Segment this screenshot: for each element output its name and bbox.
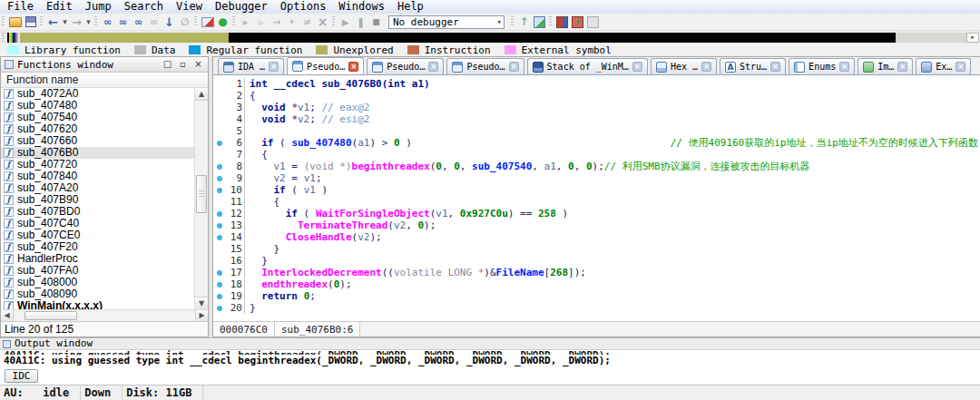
tab-im[interactable]: Im… (858, 58, 913, 74)
debug-caret-icon[interactable] (284, 15, 299, 29)
code-line[interactable]: 8 v1 = (void *)beginthreadex(0, 0, sub_4… (213, 161, 980, 172)
scroll-left-icon[interactable]: ◀ (1, 310, 14, 321)
run-analysis-icon[interactable] (215, 15, 230, 29)
toolbar-grip[interactable] (94, 16, 97, 27)
code-line[interactable]: 7 { (213, 149, 980, 161)
toolbar-grip[interactable] (511, 16, 514, 27)
code-line[interactable]: 14 CloseHandle(v2); (213, 231, 980, 243)
breakpoints-disabled-icon[interactable] (585, 15, 601, 29)
menu-item-file[interactable]: File (2, 0, 41, 14)
function-list-item[interactable]: ƒWinMain(x,x,x,x) (1, 300, 194, 309)
code-line[interactable]: 16 } (213, 255, 980, 267)
tab-hex[interactable]: Hex … (651, 58, 717, 74)
search-disabled-icon[interactable] (146, 15, 162, 29)
navband-segment-unexplored[interactable] (20, 33, 229, 43)
menu-item-debugger[interactable]: Debugger (210, 0, 275, 14)
tab-stackofwinm[interactable]: Stack of _WinM… (527, 58, 648, 74)
tab-close-icon[interactable] (839, 62, 849, 72)
navband-segment-free[interactable] (896, 33, 966, 43)
stop-process-icon[interactable] (368, 15, 384, 29)
debug-run-icon[interactable] (238, 15, 253, 29)
tab-pseudo[interactable]: Pseudo… (367, 58, 444, 74)
tab-close-icon[interactable] (428, 62, 438, 72)
modules-icon[interactable] (554, 15, 570, 29)
float-window-icon[interactable]: ▫ (177, 58, 189, 71)
command-line-row[interactable]: IDC (0, 367, 980, 385)
debug-pause-icon[interactable] (253, 15, 269, 29)
caret-down-icon[interactable] (84, 15, 93, 29)
navband-segment-code[interactable] (229, 33, 896, 43)
tab-close-icon[interactable] (956, 62, 965, 72)
snapshot-disabled-icon[interactable] (177, 15, 192, 29)
navband-scroll-button[interactable]: ▸ (966, 33, 979, 43)
debug-step-icon[interactable] (269, 15, 284, 29)
chevron-down-icon[interactable]: ▾ (497, 17, 502, 26)
vertical-scrollbar[interactable]: ▲ ▼ (194, 88, 208, 309)
caret-down-icon[interactable] (61, 15, 69, 29)
function-name-column-header[interactable]: Function name (1, 73, 208, 88)
code-line[interactable]: 17 InterlockedDecrement((volatile LONG *… (213, 267, 980, 278)
maximize-icon[interactable]: □ (162, 58, 173, 71)
code-line[interactable]: 13 TerminateThread(v2, 0); (213, 220, 980, 231)
menu-item-view[interactable]: View (171, 0, 210, 14)
menu-item-edit[interactable]: Edit (41, 0, 80, 14)
idc-button[interactable]: IDC (5, 369, 38, 383)
code-line[interactable]: 10 if ( v1 ) (213, 184, 980, 196)
scrollbar-thumb[interactable] (196, 175, 207, 213)
code-line[interactable]: 18 endthreadex(0); (213, 278, 980, 290)
code-line[interactable]: 6 if ( sub_407480(a1) > 0 ) // 使用409160获… (213, 137, 980, 149)
tab-close-icon[interactable] (632, 62, 642, 72)
scroll-right-icon[interactable]: ▶ (195, 310, 208, 321)
toolbar-grip[interactable] (332, 16, 335, 27)
scroll-down-icon[interactable]: ▼ (195, 297, 208, 309)
code-line[interactable]: 12 if ( WaitForSingleObject(v1, 0x927C0u… (213, 208, 980, 220)
code-line[interactable]: 2{ (213, 90, 980, 102)
code-line[interactable]: 20} (213, 302, 980, 314)
navband-segments[interactable] (20, 33, 966, 43)
functions-window-titlebar[interactable]: Functions window □ ▫ × (1, 57, 208, 73)
pause-process-icon[interactable] (353, 15, 368, 29)
tab-close-icon[interactable] (348, 62, 358, 72)
code-line[interactable]: 4 void *v2; // esi@2 (213, 113, 980, 125)
menu-item-windows[interactable]: Windows (333, 0, 392, 14)
open-file-icon[interactable] (7, 15, 23, 29)
scroll-up-icon[interactable]: ▲ (195, 88, 208, 101)
tab-pseudo[interactable]: Pseudo… (287, 57, 364, 75)
hscrollbar-thumb[interactable] (24, 311, 77, 320)
code-line[interactable]: 11 { (213, 196, 980, 208)
find-next-icon[interactable] (131, 15, 146, 29)
tab-pseudo[interactable]: Pseudo… (446, 58, 524, 74)
tab-close-icon[interactable] (701, 62, 711, 72)
code-line[interactable]: 5 (213, 125, 980, 137)
save-icon[interactable] (23, 15, 38, 29)
navigation-band[interactable]: ▸ (0, 31, 980, 44)
tab-close-icon[interactable] (897, 62, 907, 72)
debug-detach-icon[interactable] (299, 15, 315, 29)
tab-close-icon[interactable] (770, 62, 780, 72)
tab-stru[interactable]: Stru… (720, 58, 786, 74)
code-line[interactable]: 9 v2 = v1; (213, 172, 980, 184)
pseudocode-view[interactable]: 1int __cdecl sub_4076B0(int a1)2{3 void … (213, 75, 980, 321)
find-binary-icon[interactable] (100, 15, 115, 29)
navigate-back-icon[interactable] (45, 15, 61, 29)
code-line[interactable]: 19 return 0; (213, 290, 980, 302)
toolbar-grip[interactable] (2, 16, 5, 27)
color-instruction-icon[interactable] (200, 15, 215, 29)
debugger-select[interactable]: No debugger▾ (388, 15, 505, 29)
menu-item-search[interactable]: Search (119, 0, 171, 14)
code-line[interactable]: 3 void *v1; // eax@2 (213, 102, 980, 113)
toolbar-grip[interactable] (40, 16, 43, 27)
new-breakpoint-icon[interactable] (570, 15, 585, 29)
functions-list[interactable]: ƒsub_4072A0ƒsub_407480ƒsub_407540ƒsub_40… (1, 88, 208, 309)
tab-ex[interactable]: Ex… (916, 58, 971, 74)
code-line[interactable]: 1int __cdecl sub_4076B0(int a1) (213, 78, 980, 90)
toolbar-grip[interactable] (194, 16, 197, 27)
close-icon[interactable]: × (192, 58, 204, 71)
code-line[interactable]: 15 } (213, 243, 980, 255)
menu-item-jump[interactable]: Jump (80, 0, 119, 14)
navigate-forward-icon[interactable] (69, 15, 84, 29)
horizontal-scrollbar[interactable]: ◀ ▶ (1, 309, 208, 321)
toolbar-grip[interactable] (549, 16, 552, 27)
menu-item-options[interactable]: Options (275, 0, 334, 14)
tab-close-icon[interactable] (509, 62, 519, 72)
